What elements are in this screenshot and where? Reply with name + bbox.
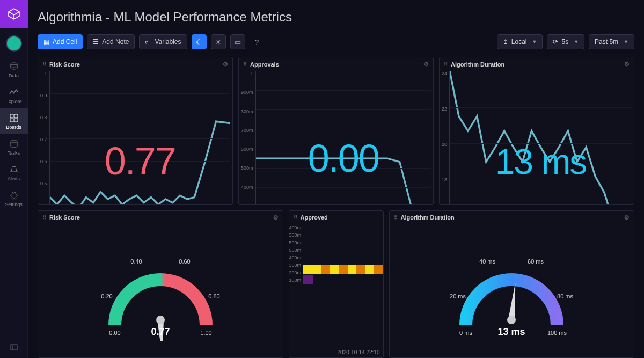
svg-text:80 ms: 80 ms: [557, 293, 573, 299]
svg-point-2: [11, 63, 17, 65]
explore-icon: [9, 87, 19, 97]
add-note-button[interactable]: ☰ Add Note: [87, 34, 135, 49]
svg-text:40 ms: 40 ms: [479, 258, 495, 265]
sidebar-item-label: Explore: [5, 99, 22, 104]
boards-icon: [9, 113, 19, 123]
y-axis: 1900m300m700m500m500m400m300m200m100m: [241, 71, 255, 205]
card-timestamp: 2020-10-14 22:10: [289, 348, 383, 357]
tag-icon: 🏷: [145, 38, 151, 46]
app-logo[interactable]: [0, 0, 28, 28]
sidebar: Data Explore Boards Tasks Alerts Setting…: [0, 0, 28, 358]
sidebar-item-explore[interactable]: Explore: [0, 83, 28, 108]
svg-text:0.00: 0.00: [109, 330, 120, 336]
chevron-down-icon: ▼: [532, 39, 537, 45]
svg-text:0.60: 0.60: [179, 258, 190, 265]
collapse-icon: [10, 343, 18, 352]
variables-button[interactable]: 🏷 Variables: [139, 34, 187, 49]
line-chart: 0.77: [49, 71, 230, 205]
card-risk-score-line: ⠿ Risk Score ⚙ 10.90.80.70.60.50.40.30.2…: [38, 57, 233, 205]
database-icon: [9, 62, 19, 71]
drag-handle-icon[interactable]: ⠿: [42, 215, 46, 221]
svg-rect-4: [14, 114, 18, 118]
presentation-button[interactable]: ▭: [230, 34, 245, 49]
y-axis: 242220181614: [442, 71, 449, 205]
sidebar-item-label: Alerts: [8, 176, 20, 181]
sidebar-item-alerts[interactable]: Alerts: [0, 160, 28, 186]
svg-text:60 ms: 60 ms: [528, 258, 544, 265]
card-approvals-line: ⠿ Approvals ⚙ 1900m300m700m500m500m400m3…: [238, 57, 434, 205]
svg-point-12: [156, 315, 165, 324]
drag-handle-icon[interactable]: ⠿: [394, 215, 398, 221]
local-dropdown[interactable]: ↥ Local ▼: [497, 34, 543, 49]
svg-text:20 ms: 20 ms: [450, 293, 466, 299]
dark-mode-button[interactable]: ☾: [192, 34, 207, 49]
sidebar-item-settings[interactable]: Settings: [0, 186, 28, 211]
card-title: Risk Score: [49, 214, 80, 221]
gauge-value: 13 ms: [498, 326, 525, 337]
gauge-chart: 0 ms 20 ms 40 ms 60 ms 80 ms 100 ms 13 m…: [390, 223, 634, 358]
light-mode-button[interactable]: ☀: [211, 34, 226, 49]
card-duration-line: ⠿ Algorithm Duration ⚙ 242220181614 13 m…: [439, 57, 634, 205]
sidebar-item-boards[interactable]: Boards: [0, 108, 28, 134]
sidebar-item-label: Data: [9, 73, 19, 78]
gauge-chart: 0.00 0.20 0.40 0.60 0.80 1.00 0.77: [38, 223, 283, 358]
time-range-dropdown[interactable]: Past 5m ▼: [589, 34, 634, 49]
drag-handle-icon[interactable]: ⠿: [243, 61, 247, 67]
presentation-icon: ▭: [235, 38, 241, 46]
sidebar-item-label: Tasks: [8, 150, 20, 156]
svg-point-20: [507, 315, 516, 325]
gear-icon[interactable]: ⚙: [624, 61, 630, 68]
card-title: Risk Score: [49, 61, 80, 68]
drag-handle-icon[interactable]: ⠿: [294, 214, 297, 220]
add-cell-button[interactable]: ▦ Add Cell: [38, 34, 83, 49]
svg-rect-7: [11, 141, 17, 147]
page-title: Algorithmia - ML Model Performance Metri…: [38, 10, 634, 25]
card-title: Algorithm Duration: [401, 214, 455, 221]
svg-text:100 ms: 100 ms: [547, 330, 567, 336]
refresh-icon: ⟳: [553, 38, 558, 46]
help-button[interactable]: ?: [250, 34, 265, 49]
sun-icon: ☀: [215, 38, 222, 46]
svg-text:0.40: 0.40: [130, 258, 142, 265]
card-risk-score-gauge: ⠿ Risk Score ⚙ 0.0: [38, 210, 283, 359]
gear-icon[interactable]: ⚙: [423, 61, 429, 68]
y-axis: 400m300m500m500m400m300m200m100m: [289, 223, 304, 349]
line-chart: 13 ms: [449, 71, 632, 205]
svg-rect-3: [10, 114, 13, 118]
svg-text:0 ms: 0 ms: [459, 330, 472, 336]
gear-icon[interactable]: ⚙: [273, 214, 279, 221]
card-title: Approved: [301, 214, 328, 221]
gear-icon[interactable]: ⚙: [223, 61, 228, 68]
avatar[interactable]: [6, 35, 22, 52]
gauge-value: 0.77: [151, 326, 170, 337]
list-icon: ☰: [93, 38, 99, 46]
toolbar: ▦ Add Cell ☰ Add Note 🏷 Variables ☾ ☀ ▭ …: [38, 34, 634, 49]
card-title: Algorithm Duration: [451, 61, 504, 68]
svg-text:0.20: 0.20: [101, 293, 112, 299]
svg-text:1.00: 1.00: [200, 330, 211, 336]
collapse-sidebar[interactable]: [0, 337, 28, 358]
tasks-icon: [9, 139, 19, 149]
refresh-dropdown[interactable]: ⟳ 5s ▼: [547, 34, 584, 49]
svg-marker-19: [508, 282, 518, 320]
drag-handle-icon[interactable]: ⠿: [444, 61, 448, 67]
svg-rect-6: [14, 119, 18, 122]
sidebar-item-tasks[interactable]: Tasks: [0, 134, 28, 160]
settings-icon: [9, 191, 19, 200]
card-approved-heatmap: ⠿ Approved 400m300m500m500m400m300m200m1…: [289, 210, 384, 359]
gear-icon[interactable]: ⚙: [624, 214, 630, 221]
line-chart: 0.00: [255, 71, 431, 205]
alerts-icon: [9, 165, 19, 174]
svg-text:0.80: 0.80: [208, 293, 219, 299]
svg-rect-5: [10, 119, 13, 122]
chevron-down-icon: ▼: [624, 39, 628, 45]
sidebar-item-data[interactable]: Data: [0, 57, 28, 83]
y-axis: 10.90.80.70.60.50.40.30.2: [40, 71, 49, 205]
plus-grid-icon: ▦: [43, 38, 49, 46]
sidebar-item-label: Boards: [6, 125, 21, 130]
svg-rect-9: [11, 345, 17, 350]
moon-icon: ☾: [196, 38, 202, 46]
card-title: Approvals: [250, 61, 279, 68]
drag-handle-icon[interactable]: ⠿: [42, 61, 46, 67]
heatmap-plot: [303, 223, 383, 349]
